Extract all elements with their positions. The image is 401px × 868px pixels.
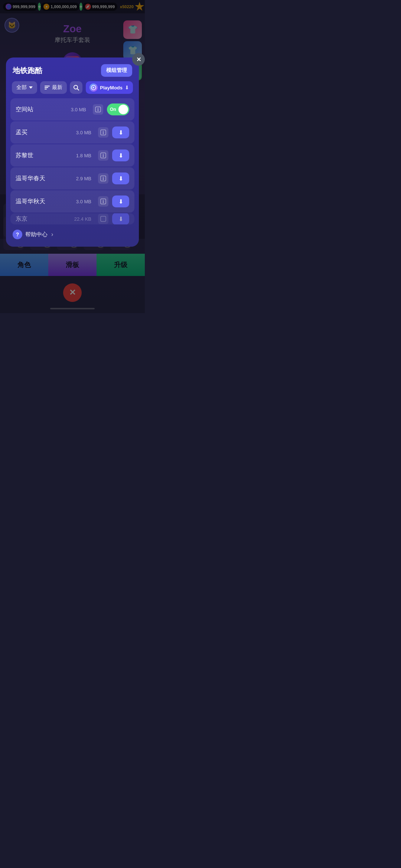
search-button[interactable] <box>70 81 82 94</box>
modal-close-button[interactable]: ✕ <box>132 53 145 66</box>
module-item-1[interactable]: 孟买 3.0 MB ⬇ <box>10 121 134 144</box>
module-toggle-0[interactable]: On <box>107 103 129 115</box>
help-center[interactable]: ? 帮助中心 › <box>6 224 139 241</box>
svg-point-4 <box>98 108 98 109</box>
module-name-1: 孟买 <box>16 129 72 137</box>
module-download-5[interactable]: ⬇ <box>112 213 129 224</box>
module-size-0: 3.0 MB <box>71 107 86 112</box>
svg-point-16 <box>103 200 104 201</box>
playmods-badge[interactable]: PlayMods ⬇ <box>86 81 133 94</box>
module-info-icon-4[interactable] <box>98 196 108 207</box>
module-info-icon-2[interactable] <box>98 150 108 161</box>
toggle-knob-0 <box>118 105 128 114</box>
info-icon <box>100 175 106 181</box>
module-item-0[interactable]: 空间站 3.0 MB On <box>10 98 134 121</box>
playmods-logo-icon <box>91 85 96 90</box>
svg-line-1 <box>77 89 79 90</box>
module-info-icon-0[interactable] <box>93 104 103 115</box>
svg-point-7 <box>103 131 104 132</box>
module-name-2: 苏黎世 <box>16 152 72 160</box>
help-label: 帮助中心 <box>25 231 48 238</box>
module-item-3[interactable]: 温哥华春天 2.9 MB ⬇ <box>10 167 134 190</box>
svg-point-10 <box>103 154 104 155</box>
dropdown-arrow-icon <box>29 86 33 89</box>
module-info-icon-1[interactable] <box>98 127 108 138</box>
module-name-5: 东京 <box>16 215 71 223</box>
modal-header: 地铁跑酷 模组管理 <box>6 57 139 81</box>
info-icon <box>100 198 106 204</box>
search-icon <box>73 85 79 91</box>
info-icon <box>100 129 106 135</box>
help-icon: ? <box>13 230 22 239</box>
info-icon <box>95 106 101 112</box>
module-name-3: 温哥华春天 <box>16 175 72 183</box>
module-item-2[interactable]: 苏黎世 1.8 MB ⬇ <box>10 144 134 167</box>
module-download-3[interactable]: ⬇ <box>112 172 129 184</box>
module-size-3: 2.9 MB <box>76 176 91 181</box>
info-icon <box>100 216 106 222</box>
module-name-0: 空间站 <box>16 106 67 114</box>
module-download-4[interactable]: ⬇ <box>112 195 129 207</box>
module-size-5: 22.4 KB <box>74 216 91 222</box>
sort-icon <box>45 86 50 89</box>
info-icon <box>100 152 106 158</box>
svg-point-13 <box>103 177 104 178</box>
module-info-icon-3[interactable] <box>98 173 108 184</box>
module-item-5[interactable]: 东京 22.4 KB ⬇ <box>10 213 134 224</box>
modal-panel: 地铁跑酷 模组管理 全部 最新 P <box>6 57 139 247</box>
filter-sort-button[interactable]: 最新 <box>40 81 67 94</box>
module-info-icon-5 <box>98 214 108 224</box>
help-arrow-icon: › <box>51 231 53 238</box>
module-list: 空间站 3.0 MB On 孟买 3.0 MB <box>6 98 139 224</box>
filter-all-dropdown[interactable]: 全部 <box>12 81 37 94</box>
filter-row: 全部 最新 PlayMods ⬇ <box>6 81 139 98</box>
module-size-4: 3.0 MB <box>76 199 91 204</box>
module-size-1: 3.0 MB <box>76 130 91 135</box>
module-download-2[interactable]: ⬇ <box>112 149 129 161</box>
module-size-2: 1.8 MB <box>76 153 91 158</box>
module-name-4: 温哥华秋天 <box>16 198 72 206</box>
playmods-download-icon: ⬇ <box>125 85 129 91</box>
modal-title: 地铁跑酷 <box>13 66 42 76</box>
module-item-4[interactable]: 温哥华秋天 3.0 MB ⬇ <box>10 190 134 213</box>
playmods-icon <box>89 83 98 92</box>
modal-mgmt-button[interactable]: 模组管理 <box>101 64 132 77</box>
module-download-1[interactable]: ⬇ <box>112 126 129 138</box>
svg-rect-18 <box>101 216 106 221</box>
